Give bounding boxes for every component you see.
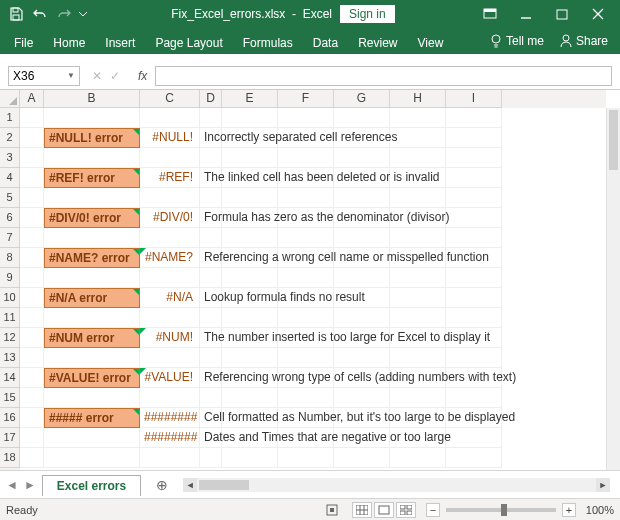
- cell-C7[interactable]: [140, 228, 200, 248]
- cell-G15[interactable]: [334, 388, 390, 408]
- cell-A7[interactable]: [20, 228, 44, 248]
- cell-B10[interactable]: #N/A error: [44, 288, 140, 308]
- cell-E7[interactable]: [222, 228, 278, 248]
- cell-H15[interactable]: [390, 388, 446, 408]
- cell-F15[interactable]: [278, 388, 334, 408]
- tab-file[interactable]: File: [4, 32, 43, 54]
- cell-C11[interactable]: [140, 308, 200, 328]
- cell-I17[interactable]: [446, 428, 502, 448]
- row-header-16[interactable]: 16: [0, 408, 20, 428]
- cell-H3[interactable]: [390, 148, 446, 168]
- cell-I1[interactable]: [446, 108, 502, 128]
- cell-G5[interactable]: [334, 188, 390, 208]
- cell-C6[interactable]: #DIV/0!: [140, 208, 200, 228]
- ribbon-display-options[interactable]: [472, 0, 508, 28]
- cancel-formula-icon[interactable]: ✕: [92, 69, 102, 83]
- row-header-11[interactable]: 11: [0, 308, 20, 328]
- cell-B1[interactable]: [44, 108, 140, 128]
- cell-F9[interactable]: [278, 268, 334, 288]
- cell-F5[interactable]: [278, 188, 334, 208]
- cell-C13[interactable]: [140, 348, 200, 368]
- cell-A17[interactable]: [20, 428, 44, 448]
- zoom-slider-knob[interactable]: [501, 504, 507, 516]
- tab-page-layout[interactable]: Page Layout: [145, 32, 232, 54]
- close-button[interactable]: [580, 0, 616, 28]
- cell-E11[interactable]: [222, 308, 278, 328]
- cell-I4[interactable]: [446, 168, 502, 188]
- fx-icon[interactable]: fx: [138, 69, 147, 83]
- cell-D18[interactable]: [200, 448, 222, 468]
- cell-C9[interactable]: [140, 268, 200, 288]
- row-header-14[interactable]: 14: [0, 368, 20, 388]
- vertical-scroll-thumb[interactable]: [609, 110, 618, 170]
- cell-A1[interactable]: [20, 108, 44, 128]
- cell-D10[interactable]: Lookup formula finds no result: [200, 288, 222, 308]
- cell-D15[interactable]: [200, 388, 222, 408]
- cell-D12[interactable]: The number inserted is too large for Exc…: [200, 328, 222, 348]
- cell-E5[interactable]: [222, 188, 278, 208]
- minimize-button[interactable]: [508, 0, 544, 28]
- cell-B14[interactable]: #VALUE! error: [44, 368, 140, 388]
- macro-record-icon[interactable]: [326, 504, 338, 516]
- cell-D7[interactable]: [200, 228, 222, 248]
- enter-formula-icon[interactable]: ✓: [110, 69, 120, 83]
- cell-A9[interactable]: [20, 268, 44, 288]
- zoom-out-button[interactable]: −: [426, 503, 440, 517]
- cell-E3[interactable]: [222, 148, 278, 168]
- cell-D16[interactable]: Cell formatted as Number, but it's too l…: [200, 408, 222, 428]
- cell-C3[interactable]: [140, 148, 200, 168]
- row-header-7[interactable]: 7: [0, 228, 20, 248]
- cell-C10[interactable]: #N/A: [140, 288, 200, 308]
- cell-H9[interactable]: [390, 268, 446, 288]
- cell-G9[interactable]: [334, 268, 390, 288]
- cell-H11[interactable]: [390, 308, 446, 328]
- share-button[interactable]: Share: [552, 28, 616, 54]
- cell-H10[interactable]: [390, 288, 446, 308]
- cell-A15[interactable]: [20, 388, 44, 408]
- cell-G3[interactable]: [334, 148, 390, 168]
- tell-me-button[interactable]: Tell me: [482, 28, 552, 54]
- cell-C14[interactable]: #VALUE!: [140, 368, 200, 388]
- tab-home[interactable]: Home: [43, 32, 95, 54]
- redo-button[interactable]: [52, 2, 76, 26]
- tab-insert[interactable]: Insert: [95, 32, 145, 54]
- cell-B15[interactable]: [44, 388, 140, 408]
- cell-H18[interactable]: [390, 448, 446, 468]
- row-header-17[interactable]: 17: [0, 428, 20, 448]
- cell-H2[interactable]: [390, 128, 446, 148]
- column-header-C[interactable]: C: [140, 90, 200, 108]
- cell-F11[interactable]: [278, 308, 334, 328]
- cell-D11[interactable]: [200, 308, 222, 328]
- column-header-D[interactable]: D: [200, 90, 222, 108]
- cell-C8[interactable]: #NAME?: [140, 248, 200, 268]
- cell-A16[interactable]: [20, 408, 44, 428]
- cell-E13[interactable]: [222, 348, 278, 368]
- cell-A14[interactable]: [20, 368, 44, 388]
- cell-I11[interactable]: [446, 308, 502, 328]
- cell-A6[interactable]: [20, 208, 44, 228]
- row-header-1[interactable]: 1: [0, 108, 20, 128]
- cell-C16[interactable]: ########: [140, 408, 200, 428]
- cell-I18[interactable]: [446, 448, 502, 468]
- cell-D8[interactable]: Referencing a wrong cell name or misspel…: [200, 248, 222, 268]
- column-header-B[interactable]: B: [44, 90, 140, 108]
- cell-I9[interactable]: [446, 268, 502, 288]
- row-header-15[interactable]: 15: [0, 388, 20, 408]
- cell-H1[interactable]: [390, 108, 446, 128]
- cell-B6[interactable]: #DIV/0! error: [44, 208, 140, 228]
- cell-C18[interactable]: [140, 448, 200, 468]
- tab-view[interactable]: View: [408, 32, 454, 54]
- cell-F7[interactable]: [278, 228, 334, 248]
- cell-F18[interactable]: [278, 448, 334, 468]
- cell-D5[interactable]: [200, 188, 222, 208]
- tab-review[interactable]: Review: [348, 32, 407, 54]
- cell-B16[interactable]: ##### error: [44, 408, 140, 428]
- cell-D17[interactable]: Dates and Times that are negative or too…: [200, 428, 222, 448]
- cell-G18[interactable]: [334, 448, 390, 468]
- row-header-6[interactable]: 6: [0, 208, 20, 228]
- cell-A8[interactable]: [20, 248, 44, 268]
- cell-I13[interactable]: [446, 348, 502, 368]
- row-header-10[interactable]: 10: [0, 288, 20, 308]
- cell-H7[interactable]: [390, 228, 446, 248]
- cell-E9[interactable]: [222, 268, 278, 288]
